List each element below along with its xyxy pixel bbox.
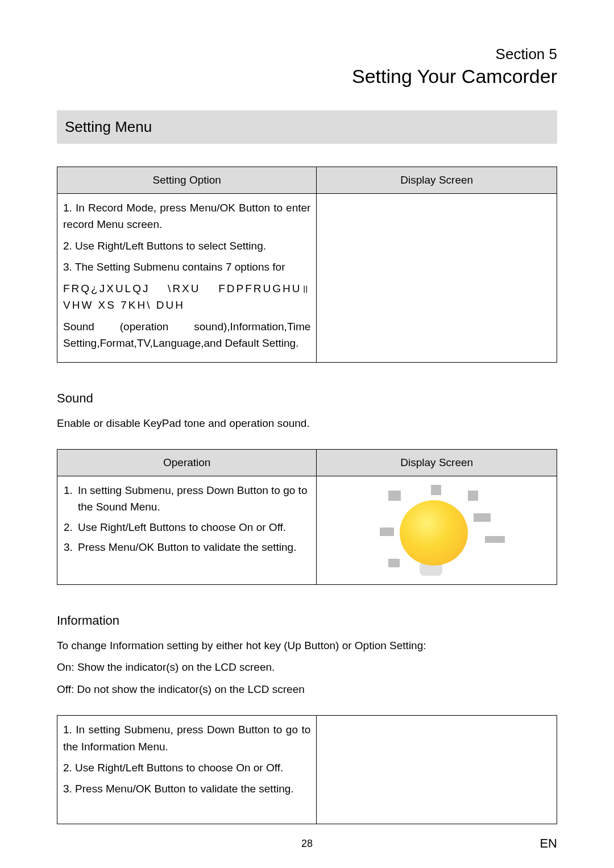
setting-step-1: 1. In Record Mode, press Menu/OK Button … [63, 200, 310, 233]
setting-option-cell: 1. In Record Mode, press Menu/OK Button … [57, 194, 317, 363]
setting-step-3-garbled: FRQ¿JXULQJ \RXU FDPFRUGHU॥ VHW XS 7KH\ D… [63, 280, 310, 314]
info-step-3: 3. Press Menu/OK Button to validate the … [63, 780, 310, 797]
page-number: 28 [301, 838, 313, 850]
information-heading: Information [57, 613, 557, 628]
sound-desc: Enable or disable KeyPad tone and operat… [57, 415, 557, 432]
info-step-1: 1. In setting Submenu, press Down Button… [63, 721, 310, 755]
manual-page: Section 5 Setting Your Camcorder Setting… [0, 0, 614, 868]
table-header-option: Setting Option [57, 167, 317, 194]
setting-display-cell [317, 194, 557, 363]
page-footer: 28 EN [57, 836, 557, 851]
setting-step-3c: Sound (operation sound),Information,Time… [63, 318, 310, 352]
table-header-operation: Operation [57, 449, 317, 476]
information-operation-cell: 1. In setting Submenu, press Down Button… [57, 716, 317, 824]
information-desc-1: To change Information setting by either … [57, 637, 557, 654]
sound-display-cell [317, 476, 557, 584]
setting-step-3a: 3. The Setting Submenu contains 7 option… [63, 259, 310, 275]
sound-heading: Sound [57, 391, 557, 406]
setting-step-2: 2. Use Right/Left Buttons to select Sett… [63, 238, 310, 254]
information-display-cell [317, 716, 557, 824]
section-title: Setting Your Camcorder [57, 65, 557, 88]
table-header-display: Display Screen [317, 167, 557, 194]
information-desc-3: Off: Do not show the indicator(s) on the… [57, 681, 557, 698]
setting-menu-table: Setting Option Display Screen 1. In Reco… [57, 167, 557, 363]
sound-step-2: Use Right/Left Buttons to choose On or O… [76, 519, 310, 535]
section-header: Section 5 Setting Your Camcorder [57, 45, 557, 88]
setting-menu-heading: Setting Menu [57, 110, 557, 144]
sound-table: Operation Display Screen In setting Subm… [57, 449, 557, 585]
language-label: EN [540, 836, 557, 851]
info-step-2: 2. Use Right/Left Buttons to choose On o… [63, 759, 310, 776]
sun-icon [363, 482, 511, 579]
sound-operation-cell: In setting Submenu, press Down Button to… [57, 476, 317, 584]
sound-step-1: In setting Submenu, press Down Button to… [76, 482, 310, 516]
sound-step-3: Press Menu/OK Button to validate the set… [76, 539, 310, 555]
information-desc-2: On: Show the indicator(s) on the LCD scr… [57, 659, 557, 676]
information-table: 1. In setting Submenu, press Down Button… [57, 715, 557, 824]
table-header-display: Display Screen [317, 449, 557, 476]
section-label: Section 5 [57, 45, 557, 63]
